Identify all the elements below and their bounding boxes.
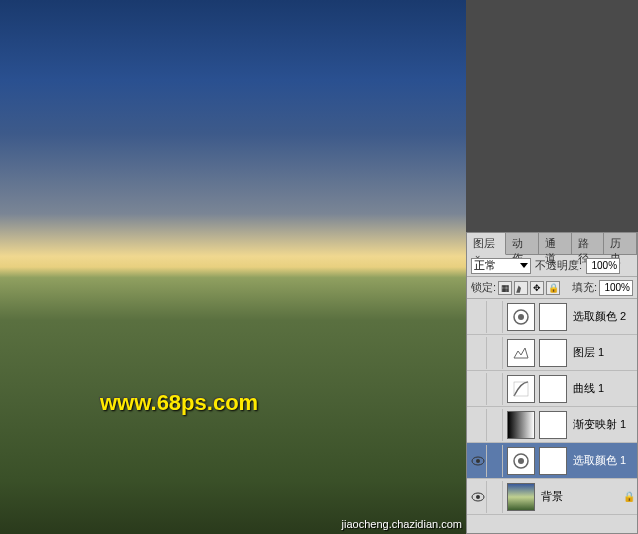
svg-point-6	[518, 458, 524, 464]
layer-name[interactable]: 曲线 1	[569, 381, 635, 396]
tab-channels[interactable]: 通道	[539, 233, 572, 254]
lock-label: 锁定:	[471, 280, 496, 295]
svg-rect-2	[514, 382, 528, 396]
visibility-toggle[interactable]	[469, 337, 487, 369]
layer-mask-icon[interactable]	[539, 303, 567, 331]
link-col[interactable]	[489, 445, 503, 477]
selective-color-icon[interactable]	[507, 303, 535, 331]
curves-icon[interactable]	[507, 375, 535, 403]
tab-actions[interactable]: 动作	[506, 233, 539, 254]
chevron-down-icon	[520, 263, 528, 268]
layer-name[interactable]: 背景	[537, 489, 621, 504]
fill-label: 填充:	[572, 280, 597, 295]
lock-position-icon[interactable]: ✥	[530, 281, 544, 295]
link-col[interactable]	[489, 337, 503, 369]
layer-name[interactable]: 选取颜色 2	[569, 309, 635, 324]
layer-mask-icon[interactable]	[539, 447, 567, 475]
tab-layers[interactable]: 图层×	[467, 233, 506, 255]
lock-all-icon[interactable]: 🔒	[546, 281, 560, 295]
layer-row[interactable]: 渐变映射 1	[467, 407, 637, 443]
link-col[interactable]	[489, 409, 503, 441]
layer-list: 选取颜色 2 图层 1 曲线 1 渐变映射 1	[467, 299, 637, 533]
link-col[interactable]	[489, 373, 503, 405]
lock-pixels-icon[interactable]	[514, 281, 528, 295]
layer-name[interactable]: 图层 1	[569, 345, 635, 360]
svg-point-4	[476, 459, 480, 463]
layer-mask-icon[interactable]	[539, 375, 567, 403]
link-col[interactable]	[489, 301, 503, 333]
layer-row[interactable]: 背景 🔒	[467, 479, 637, 515]
visibility-toggle[interactable]	[469, 373, 487, 405]
document-canvas[interactable]: www.68ps.com jiaocheng.chazidian.com	[0, 0, 466, 534]
opacity-label: 不透明度:	[535, 258, 582, 273]
visibility-toggle[interactable]	[469, 409, 487, 441]
selective-color-icon[interactable]	[507, 447, 535, 475]
watermark-main: www.68ps.com	[100, 390, 258, 416]
gradient-map-icon[interactable]	[507, 411, 535, 439]
opacity-input[interactable]: 100%	[586, 258, 620, 274]
watermark-secondary: jiaocheng.chazidian.com	[342, 518, 462, 530]
link-col[interactable]	[489, 481, 503, 513]
layer-mask-icon[interactable]	[539, 411, 567, 439]
layer-row[interactable]: 图层 1	[467, 335, 637, 371]
layer-name[interactable]: 选取颜色 1	[569, 453, 635, 468]
fill-input[interactable]: 100%	[599, 280, 633, 296]
background-thumbnail[interactable]	[507, 483, 535, 511]
panel-tabs: 图层× 动作 通道 路径 历史	[467, 233, 637, 255]
layer-row[interactable]: 曲线 1	[467, 371, 637, 407]
levels-icon[interactable]	[507, 339, 535, 367]
layer-mask-icon[interactable]	[539, 339, 567, 367]
lock-fill-row: 锁定: ▦ ✥ 🔒 填充: 100%	[467, 277, 637, 299]
layers-panel: 图层× 动作 通道 路径 历史 正常 不透明度: 100% 锁定: ▦ ✥ 🔒 …	[466, 232, 638, 534]
visibility-toggle[interactable]	[469, 481, 487, 513]
layer-name[interactable]: 渐变映射 1	[569, 417, 635, 432]
svg-point-8	[476, 495, 480, 499]
blend-mode-select[interactable]: 正常	[471, 258, 531, 274]
visibility-toggle[interactable]	[469, 445, 487, 477]
blend-opacity-row: 正常 不透明度: 100%	[467, 255, 637, 277]
layer-row[interactable]: 选取颜色 2	[467, 299, 637, 335]
tab-paths[interactable]: 路径	[572, 233, 605, 254]
tab-history[interactable]: 历史	[604, 233, 637, 254]
svg-point-1	[518, 314, 524, 320]
lock-icon: 🔒	[623, 491, 635, 502]
visibility-toggle[interactable]	[469, 301, 487, 333]
lock-transparency-icon[interactable]: ▦	[498, 281, 512, 295]
layer-row[interactable]: 选取颜色 1	[467, 443, 637, 479]
